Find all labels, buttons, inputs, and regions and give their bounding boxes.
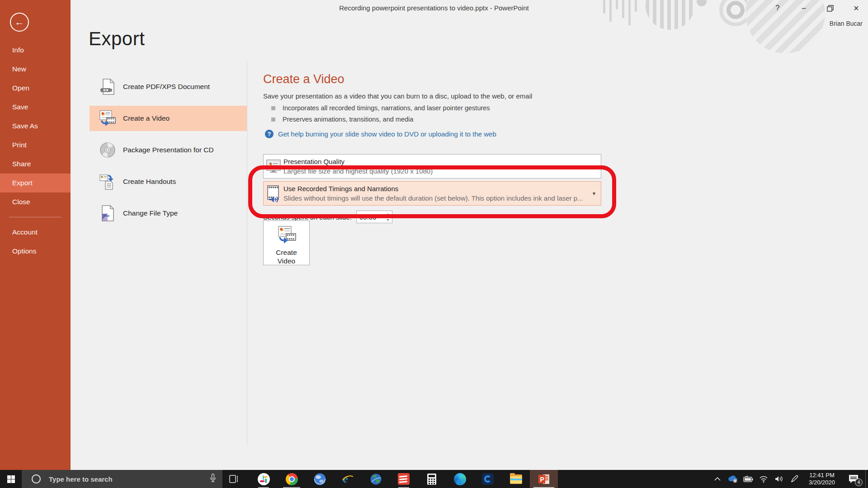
- windows-logo-icon: [7, 475, 15, 483]
- edge-icon: [454, 473, 466, 485]
- taskbar-clock[interactable]: 12:41 PM 3/20/2020: [802, 472, 842, 486]
- dropdown-subtitle: Largest file size and highest quality (1…: [283, 166, 587, 176]
- restore-icon: [827, 5, 834, 12]
- taskbar-app-powerpoint[interactable]: P: [530, 470, 558, 488]
- help-link-row[interactable]: ? Get help burning your slide show video…: [265, 130, 496, 138]
- window-controls: ? – ✕: [772, 3, 862, 14]
- sidebar-item-new[interactable]: New: [0, 60, 71, 79]
- taskbar-app-edge[interactable]: [446, 470, 474, 488]
- taskbar-app-todoist[interactable]: [390, 470, 418, 488]
- start-button[interactable]: [0, 470, 22, 488]
- taskbar-app-globe[interactable]: [306, 470, 334, 488]
- back-arrow-icon: ←: [14, 16, 24, 28]
- pen-icon[interactable]: [787, 470, 802, 488]
- bullet-item: Preserves animations, transitions, and m…: [271, 116, 413, 123]
- c-app-icon: [482, 473, 494, 485]
- timings-dropdown[interactable]: Use Recorded Timings and Narrations Slid…: [263, 181, 601, 206]
- slack-icon: [258, 473, 270, 485]
- wifi-icon[interactable]: [756, 470, 771, 488]
- chevron-down-icon[interactable]: ▼: [587, 191, 601, 196]
- svg-text:P: P: [540, 476, 544, 483]
- sidebar-item-options[interactable]: Options: [0, 242, 71, 261]
- system-tray: 12:41 PM 3/20/2020 4: [710, 470, 868, 488]
- taskbar-app-calculator[interactable]: [418, 470, 446, 488]
- create-video-button-label: Create Video: [272, 248, 301, 265]
- world-globe-icon: [370, 473, 382, 485]
- show-desktop-button[interactable]: [865, 470, 868, 488]
- cortana-icon: [32, 474, 41, 483]
- quality-dropdown[interactable]: Presentation Quality Largest file size a…: [263, 154, 601, 178]
- microphone-icon[interactable]: [210, 474, 216, 484]
- task-view-button[interactable]: [222, 470, 246, 488]
- dropdown-title: Presentation Quality: [283, 157, 587, 166]
- option-create-a-video[interactable]: Create a Video: [90, 106, 247, 131]
- taskbar-apps: e P: [250, 470, 558, 488]
- taskbar-app-internet-explorer[interactable]: e: [334, 470, 362, 488]
- sidebar-item-export[interactable]: Export: [0, 174, 71, 192]
- taskbar-app-chrome[interactable]: [278, 470, 306, 488]
- option-create-pdf-xps[interactable]: Create PDF/XPS Document: [90, 74, 247, 99]
- file-explorer-icon: [510, 474, 522, 484]
- bullet-text: Preserves animations, transitions, and m…: [283, 116, 413, 123]
- sidebar-item-account[interactable]: Account: [0, 223, 71, 242]
- chevron-down-icon[interactable]: ▼: [587, 164, 601, 169]
- clock-time: 12:41 PM: [802, 472, 842, 479]
- option-create-handouts[interactable]: Create Handouts: [90, 169, 247, 194]
- option-change-file-type[interactable]: Change File Type: [90, 201, 247, 226]
- film-audio-icon: [264, 184, 283, 202]
- create-video-icon: [99, 109, 117, 127]
- backstage-sidebar: ← Info New Open Save Save As Print Share…: [0, 0, 71, 470]
- taskbar-app-file-explorer[interactable]: [502, 470, 530, 488]
- speaker-icon[interactable]: [771, 470, 787, 488]
- dropdown-texts: Presentation Quality Largest file size a…: [283, 157, 587, 176]
- sidebar-item-print[interactable]: Print: [0, 136, 71, 155]
- dropdown-subtitle: Slides without timings will use the defa…: [283, 193, 587, 203]
- bullet-item: Incorporates all recorded timings, narra…: [271, 104, 490, 112]
- spinner-down-icon[interactable]: ▼: [384, 217, 392, 223]
- taskbar-app-world-browser[interactable]: [362, 470, 390, 488]
- file-type-icon: [99, 204, 117, 222]
- help-link[interactable]: Get help burning your slide show video t…: [278, 130, 496, 138]
- option-label: Create Handouts: [123, 178, 176, 186]
- option-label: Create a Video: [123, 114, 170, 122]
- restore-button[interactable]: [825, 3, 835, 14]
- backstage-nav: Info New Open Save Save As Print Share E…: [0, 41, 71, 261]
- seconds-input[interactable]: [357, 211, 384, 223]
- seconds-spinner: ▲ ▼: [356, 211, 392, 223]
- sidebar-item-close[interactable]: Close: [0, 192, 71, 211]
- user-name[interactable]: Brian Bucar: [830, 20, 863, 27]
- notification-badge: 4: [855, 479, 863, 486]
- action-center-button[interactable]: 4: [842, 470, 865, 488]
- pdf-xps-icon: [99, 78, 117, 96]
- onedrive-icon[interactable]: [725, 470, 741, 488]
- sidebar-item-save[interactable]: Save: [0, 98, 71, 117]
- close-button[interactable]: ✕: [851, 3, 862, 14]
- sidebar-item-open[interactable]: Open: [0, 79, 71, 98]
- search-placeholder: Type here to search: [49, 475, 210, 483]
- help-button[interactable]: ?: [772, 3, 783, 14]
- tray-chevron-icon[interactable]: [710, 470, 725, 488]
- taskbar-app-slack[interactable]: [250, 470, 278, 488]
- back-button[interactable]: ←: [10, 13, 29, 32]
- chrome-icon: [286, 473, 298, 485]
- sidebar-item-share[interactable]: Share: [0, 155, 71, 174]
- task-view-icon: [229, 475, 239, 483]
- dropdown-title: Use Recorded Timings and Narrations: [283, 184, 587, 193]
- bullet-square-icon: [271, 106, 275, 110]
- sidebar-item-info[interactable]: Info: [0, 41, 71, 60]
- option-package-for-cd[interactable]: Package Presentation for CD: [90, 137, 247, 163]
- taskbar-app-c[interactable]: [474, 470, 502, 488]
- taskbar-search[interactable]: Type here to search: [22, 470, 222, 488]
- todoist-icon: [398, 473, 410, 485]
- sidebar-divider: [9, 217, 61, 217]
- sidebar-item-save-as[interactable]: Save As: [0, 117, 71, 136]
- bullet-text: Incorporates all recorded timings, narra…: [283, 104, 490, 112]
- minimize-button[interactable]: –: [798, 3, 809, 14]
- taskbar: Type here to search e: [0, 470, 868, 488]
- create-video-button[interactable]: Create Video: [263, 221, 310, 265]
- battery-icon[interactable]: [741, 470, 756, 488]
- option-label: Create PDF/XPS Document: [123, 83, 210, 91]
- calculator-icon: [427, 473, 437, 485]
- spinner-up-icon[interactable]: ▲: [384, 211, 392, 217]
- option-label: Package Presentation for CD: [123, 146, 214, 154]
